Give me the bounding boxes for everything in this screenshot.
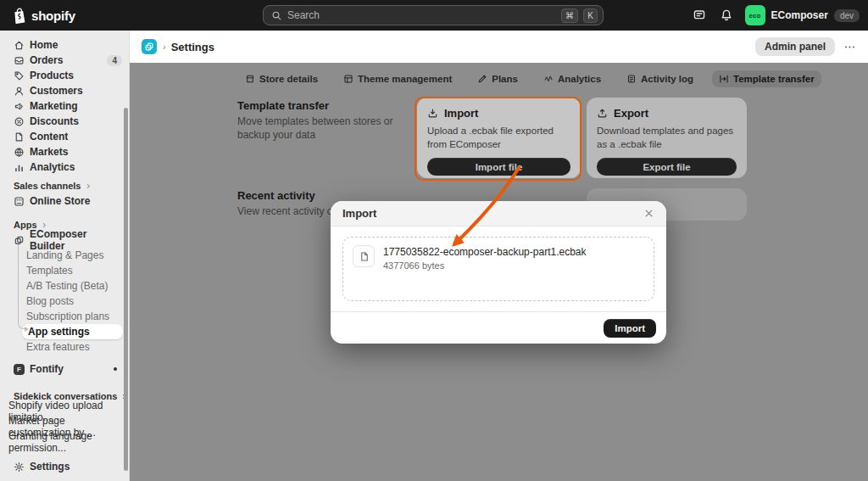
chevron-right-icon (85, 182, 92, 190)
tab-plans[interactable]: Plans (470, 70, 525, 87)
sidebar-item-label: Customers (30, 85, 83, 97)
shopify-admin-window: shopify ⌘ K eco EComposer dev HomeOrders… (0, 0, 868, 481)
modal-import-button[interactable]: Import (604, 319, 656, 338)
avatar: eco (745, 5, 765, 25)
breadcrumb-separator: › (163, 42, 166, 52)
search-input[interactable] (287, 9, 556, 21)
sidebar-item-content[interactable]: Content (0, 129, 129, 144)
content-icon (14, 131, 25, 143)
sidebar-item-label: Products (30, 70, 74, 81)
sidebar-item-label: Discounts (30, 115, 79, 127)
sidebar-item-discounts[interactable]: Discounts (0, 114, 129, 129)
sidekick-icon (693, 8, 706, 22)
sidebar-item-label: Content (30, 131, 68, 143)
online-store-label: Online Store (30, 195, 90, 207)
sidebar-item-fontify[interactable]: F Fontify (0, 361, 129, 377)
sidebar-item-products[interactable]: Products (0, 68, 129, 83)
conversation-item[interactable]: Granting language permission... (0, 434, 129, 450)
tab-analytics[interactable]: Analytics (537, 70, 608, 87)
topbar-actions: eco EComposer dev (691, 0, 860, 31)
sidebar-item-label: Marketing (30, 100, 78, 112)
sidebar-subitem-app-settings[interactable]: App settings (22, 324, 123, 339)
import-modal: Import 1775035822-ecomposer-backup-part1… (331, 201, 666, 344)
sidebar-item-orders[interactable]: Orders4 (0, 53, 129, 68)
tree-connector (18, 244, 25, 329)
account-menu[interactable]: eco EComposer dev (745, 5, 860, 25)
export-file-button[interactable]: Export file (597, 158, 737, 176)
sidebar-item-online-store[interactable]: Online Store (0, 193, 129, 209)
account-name: EComposer (771, 9, 828, 21)
env-badge: dev (834, 9, 860, 22)
tab-theme-management[interactable]: Theme management (337, 70, 459, 87)
export-card-description: Download templates and pages as a .ecbak… (597, 125, 737, 151)
ecomposer-label: EComposer Builder (30, 228, 122, 252)
fontify-label: Fontify (30, 363, 64, 375)
fontify-app-icon: F (14, 364, 25, 375)
selected-file-row: 1775035822-ecomposer-backup-part1.ecbak … (353, 245, 644, 271)
theme-icon (343, 74, 353, 84)
topbar: shopify ⌘ K eco EComposer dev (0, 0, 868, 31)
sidebar-item-markets[interactable]: Markets (0, 144, 129, 159)
sidebar-scrollbar[interactable] (124, 108, 128, 471)
settings-label: Settings (30, 461, 70, 473)
sidekick-button[interactable] (691, 7, 708, 24)
export-card-title: Export (614, 107, 648, 120)
import-card-title: Import (444, 107, 478, 120)
more-actions-button[interactable] (843, 41, 856, 53)
plans-icon (477, 74, 487, 84)
marketing-icon (14, 101, 25, 112)
tab-label: Theme management (358, 74, 452, 84)
import-card-description: Upload a .ecbak file exported from EComp… (427, 125, 570, 151)
modal-close-button[interactable] (643, 208, 654, 219)
export-card: Export Download templates and pages as a… (587, 98, 747, 178)
shopify-logo[interactable]: shopify (12, 8, 75, 24)
sidebar-item-marketing[interactable]: Marketing (0, 98, 129, 114)
search-bar[interactable]: ⌘ K (263, 5, 604, 25)
wave-icon (543, 74, 554, 84)
file-icon (353, 245, 375, 267)
orders-icon (14, 55, 25, 66)
section-heading: Recent activity (237, 189, 407, 202)
page-title: Settings (171, 41, 214, 53)
markets-icon (14, 147, 25, 158)
tab-label: Plans (492, 74, 518, 84)
modal-body: 1775035822-ecomposer-backup-part1.ecbak … (331, 227, 666, 311)
tab-activity-log[interactable]: Activity log (620, 70, 700, 87)
tab-label: Template transfer (733, 74, 815, 84)
upload-icon (597, 108, 608, 119)
shopify-wordmark: shopify (31, 8, 75, 23)
notifications-button[interactable] (718, 7, 735, 24)
search-icon (271, 10, 282, 21)
sidebar-item-analytics[interactable]: Analytics (0, 159, 129, 175)
bell-icon (720, 8, 733, 22)
sidebar-item-home[interactable]: Home (0, 37, 129, 53)
ecomposer-breadcrumb-icon[interactable] (142, 39, 157, 54)
online-store-icon (14, 196, 25, 207)
fontify-indicator-dot (114, 367, 117, 371)
transfer-icon (719, 74, 729, 84)
sidebar-item-label: Orders (30, 54, 63, 66)
admin-panel-button[interactable]: Admin panel (755, 37, 835, 56)
sidebar: HomeOrders4ProductsCustomersMarketingDis… (0, 31, 130, 481)
customers-icon (14, 86, 25, 97)
sidebar-subitem-extra-features[interactable]: Extra features (0, 339, 129, 355)
tab-label: Store details (259, 74, 318, 84)
download-icon (427, 108, 438, 119)
file-size: 4377066 bytes (383, 260, 587, 271)
products-icon (14, 70, 25, 81)
tab-label: Activity log (641, 74, 693, 84)
tab-store-details[interactable]: Store details (238, 70, 325, 87)
sidebar-main-nav: HomeOrders4ProductsCustomersMarketingDis… (0, 37, 129, 175)
page-header-actions: Admin panel (755, 37, 856, 56)
sidekick-conversation-list: Shopify video upload limitatio...Market … (0, 404, 129, 450)
sidebar-item-customers[interactable]: Customers (0, 83, 129, 98)
sidebar-item-settings[interactable]: Settings (0, 459, 129, 474)
sidebar-section-sales-channels[interactable]: Sales channels (0, 180, 129, 192)
gear-icon (14, 461, 25, 473)
tab-template-transfer[interactable]: Template transfer (712, 70, 821, 87)
import-file-button[interactable]: Import file (427, 158, 570, 176)
file-name: 1775035822-ecomposer-backup-part1.ecbak (383, 246, 587, 258)
page-header: › Settings Admin panel (130, 31, 868, 63)
activity-icon (626, 74, 637, 84)
file-dropzone[interactable]: 1775035822-ecomposer-backup-part1.ecbak … (342, 237, 654, 301)
